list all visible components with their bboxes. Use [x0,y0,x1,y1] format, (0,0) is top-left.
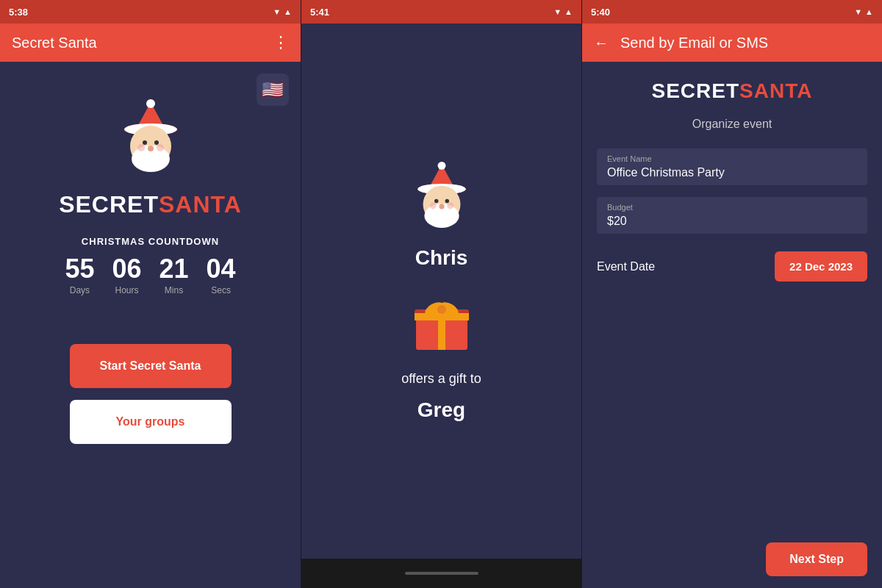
offers-text: offers a gift to [401,371,481,387]
status-icons-2: ▼ ▲ [553,7,573,16]
flag-button[interactable]: 🇺🇸 [257,74,289,106]
screen-1: 5:38 ▼ ▲ Secret Santa ⋮ 🇺🇸 [0,0,301,588]
screen-2: 5:41 ▼ ▲ Chris [301,0,582,588]
svg-point-10 [150,151,160,156]
app-bar-3: ← Send by Email or SMS [582,24,882,62]
status-bar-2: 5:41 ▼ ▲ [301,0,581,24]
event-date-button[interactable]: 22 Dec 2023 [775,251,867,282]
app-bar-1: Secret Santa ⋮ [0,24,301,62]
time-2: 5:41 [310,7,329,18]
mins-value: 21 [159,256,189,282]
status-bar-1: 5:38 ▼ ▲ [0,0,301,24]
hours-unit: Hours [115,285,138,295]
next-step-button[interactable]: Next Step [766,542,867,576]
screen-2-bottom [301,559,581,588]
time-1: 5:38 [9,7,28,18]
logo-secret-1: SECRET [59,191,159,218]
logo-santa-1: SANTA [159,191,242,218]
gift-icon [409,287,475,354]
svg-point-22 [433,209,442,212]
countdown-mins: 21 Mins [159,256,189,295]
start-secret-santa-button[interactable]: Start Secret Santa [70,344,232,388]
back-button[interactable]: ← [594,35,609,51]
svg-rect-29 [415,313,469,320]
app-title-3: Send by Email or SMS [620,35,870,51]
budget-value: $20 [607,215,857,228]
svg-point-2 [146,99,155,108]
screen-3-bottom: Next Step [582,531,882,588]
status-icons-3: ▼ ▲ [854,7,873,16]
signal-icon-2: ▲ [564,7,573,16]
giver-name: Chris [415,246,468,270]
screen-1-content: 🇺🇸 [0,62,301,588]
signal-icon-3: ▲ [865,7,873,16]
svg-point-21 [439,204,444,209]
santa-avatar-1 [110,98,191,179]
home-bar [405,572,478,575]
menu-icon[interactable]: ⋮ [273,33,289,52]
countdown-numbers: 55 Days 06 Hours 21 Mins 04 Secs [65,256,235,295]
days-value: 55 [65,256,94,282]
svg-point-9 [141,151,151,156]
countdown-days: 55 Days [65,256,94,295]
svg-point-24 [429,202,436,209]
screen-3-content: SECRETSANTA Organize event Event Name Of… [582,62,882,531]
screen-2-content: Chris offers a gift to Greg [301,24,581,559]
receiver-name: Greg [417,398,465,422]
your-groups-button[interactable]: Your groups [70,400,232,444]
screen-3: 5:40 ▼ ▲ ← Send by Email or SMS SECRETSA… [582,0,882,588]
svg-point-23 [441,209,451,212]
event-date-label: Event Date [597,260,655,273]
svg-point-12 [157,144,164,151]
svg-point-6 [143,140,147,145]
countdown-label: CHRISTMAS COUNTDOWN [82,236,219,247]
event-name-field[interactable]: Event Name Office Christmas Party [597,148,867,185]
event-name-value: Office Christmas Party [607,166,857,179]
organize-label: Organize event [597,118,867,131]
flag-emoji: 🇺🇸 [262,79,284,100]
hours-value: 06 [112,256,141,282]
event-name-label: Event Name [607,154,857,163]
countdown-secs: 04 Secs [207,256,236,295]
wifi-icon-3: ▼ [854,7,862,16]
logo-santa-3: SANTA [739,79,812,102]
wifi-icon-2: ▼ [553,7,562,16]
mins-unit: Mins [165,285,183,295]
days-unit: Days [70,285,90,295]
time-3: 5:40 [591,7,610,18]
svg-point-20 [445,198,448,202]
secs-value: 04 [207,256,236,282]
svg-point-32 [437,305,446,314]
logo-secret-3: SECRET [652,79,740,102]
svg-point-11 [137,144,145,151]
app-title-1: Secret Santa [12,35,273,51]
svg-point-25 [447,202,453,209]
status-bar-3: 5:40 ▼ ▲ [582,0,882,24]
santa-avatar-2 [405,161,478,234]
countdown-hours: 06 Hours [112,256,141,295]
svg-point-7 [154,140,159,145]
svg-point-19 [434,198,438,202]
signal-icon: ▲ [284,7,292,16]
event-date-row: Event Date 22 Dec 2023 [597,251,867,282]
status-icons-1: ▼ ▲ [273,7,292,16]
logo-3: SECRETSANTA [652,79,813,103]
logo-1: SECRETSANTA [59,191,242,218]
budget-label: Budget [607,203,857,212]
svg-point-15 [437,161,445,169]
secs-unit: Secs [211,285,231,295]
svg-point-8 [148,146,154,151]
wifi-icon: ▼ [273,7,281,16]
budget-field[interactable]: Budget $20 [597,197,867,234]
